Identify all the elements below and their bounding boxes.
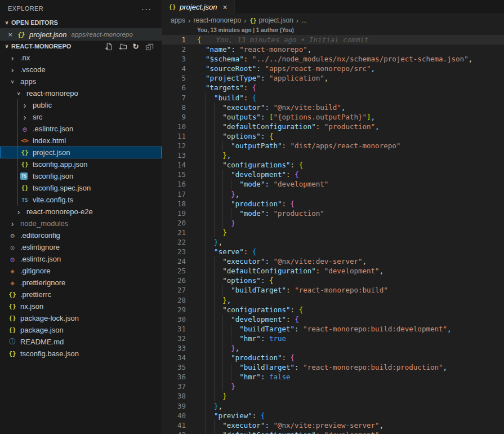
open-editor-item[interactable]: × {} project.json apps/react-monorepo xyxy=(0,28,162,41)
code-line-39[interactable]: 39 }, xyxy=(162,401,504,411)
new-file-icon[interactable] xyxy=(103,41,114,52)
code-token: "buildTarget" xyxy=(239,325,295,333)
code-line-8[interactable]: 8 "executor": "@nx/vite:build", xyxy=(162,103,504,112)
code-token: "react-monorepo:build:development" xyxy=(303,325,447,333)
code-line-31[interactable]: 31 "buildTarget": "react-monorepo:build:… xyxy=(162,324,504,334)
tree-item-index.html[interactable]: <>index.html xyxy=(0,135,162,147)
tree-item-.editorconfig[interactable]: ⚙.editorconfig xyxy=(0,229,162,241)
code-line-33[interactable]: 33 }, xyxy=(162,343,504,353)
code-line-28[interactable]: 28 }, xyxy=(162,295,504,305)
code-line-14[interactable]: 14 "configurations": { xyxy=(162,160,504,170)
line-number: 36 xyxy=(162,372,186,382)
diamond-icon: ◈ xyxy=(8,267,17,275)
tree-item-.prettierignore[interactable]: ◈.prettierignore xyxy=(0,277,162,289)
code-line-17[interactable]: 17 }, xyxy=(162,189,504,199)
code-token: "react-monorepo:build:production" xyxy=(303,363,443,371)
tree-item-.nx[interactable]: ›.nx xyxy=(0,52,162,64)
codelens-blame[interactable]: You, 13 minutes ago | 1 author (You) xyxy=(162,26,504,35)
code-line-34[interactable]: 34 "production": { xyxy=(162,353,504,362)
indent-guide xyxy=(222,189,223,199)
tree-item-public[interactable]: ›public xyxy=(0,99,162,111)
refresh-icon[interactable]: ↻ xyxy=(130,41,141,52)
breadcrumb-item-...[interactable]: ... xyxy=(301,16,307,24)
line-number: 24 xyxy=(162,256,186,266)
code-line-2[interactable]: 2 "name": "react-monorepo", xyxy=(162,45,504,54)
tree-item-.gitignore[interactable]: ◈.gitignore xyxy=(0,265,162,277)
tree-item-vite.config.ts[interactable]: TSvite.config.ts xyxy=(0,194,162,206)
code-line-7[interactable]: 7 "build": { xyxy=(162,93,504,103)
chevron-right-icon: › xyxy=(8,67,17,73)
tree-item-nx.json[interactable]: {}nx.json xyxy=(0,300,162,312)
tree-item-tsconfig.app.json[interactable]: {}tsconfig.app.json xyxy=(0,158,162,170)
code-line-18[interactable]: 18 "production": { xyxy=(162,199,504,209)
code-token: : xyxy=(244,94,252,102)
project-section-header[interactable]: ∨ REACT-MONOREPO ↻ xyxy=(0,41,162,52)
tab-project-json[interactable]: {} project.json × xyxy=(162,0,235,14)
tree-item-.eslintrc.json[interactable]: ◎.eslintrc.json xyxy=(0,123,162,135)
code-line-5[interactable]: 5 "projectType": "application", xyxy=(162,73,504,83)
code-line-35[interactable]: 35 "buildTarget": "react-monorepo:build:… xyxy=(162,362,504,372)
code-line-21[interactable]: 21 } xyxy=(162,228,504,237)
code-line-9[interactable]: 9 "outputs": ["{options.outputPath}"], xyxy=(162,112,504,122)
indent-guide xyxy=(231,372,231,382)
breadcrumb-item-react-monorepo[interactable]: react-monorepo xyxy=(193,16,241,24)
code-token: "development" xyxy=(231,315,286,324)
more-actions-icon[interactable]: ··· xyxy=(139,4,154,14)
code-line-12[interactable]: 12 "outputPath": "dist/apps/react-monore… xyxy=(162,141,504,150)
code-line-10[interactable]: 10 "defaultConfiguration": "production", xyxy=(162,122,504,131)
tree-item-.prettierrc[interactable]: {}.prettierrc xyxy=(0,289,162,300)
code-line-19[interactable]: 19 "mode": "production" xyxy=(162,209,504,218)
tree-item-react-monorepo[interactable]: ∨react-monorepo xyxy=(0,87,162,99)
code-line-40[interactable]: 40 "preview": { xyxy=(162,411,504,420)
code-line-30[interactable]: 30 "development": { xyxy=(162,315,504,324)
tree-item-package.json[interactable]: {}package.json xyxy=(0,324,162,336)
collapse-all-icon[interactable] xyxy=(144,41,155,52)
code-line-20[interactable]: 20 } xyxy=(162,218,504,228)
tree-item-tsconfig.base.json[interactable]: {}tsconfig.base.json xyxy=(0,348,162,360)
code-line-6[interactable]: 6 "targets": { xyxy=(162,83,504,92)
line-content: "defaultConfiguration": "development", xyxy=(197,430,504,434)
code-token: "options" xyxy=(222,276,261,285)
close-icon[interactable]: × xyxy=(6,30,15,39)
breadcrumb-item-project.json[interactable]: {}project.json xyxy=(249,16,293,24)
breadcrumb-item-apps[interactable]: apps xyxy=(171,16,185,24)
indent-guide xyxy=(222,141,223,150)
tree-item-.eslintrc.json[interactable]: ◎.eslintrc.json xyxy=(0,253,162,265)
indent-guide xyxy=(206,343,206,353)
new-folder-icon[interactable] xyxy=(117,41,128,52)
close-icon[interactable]: × xyxy=(221,3,228,12)
code-line-13[interactable]: 13 }, xyxy=(162,150,504,160)
tree-item-.eslintignore[interactable]: ◎.eslintignore xyxy=(0,241,162,253)
code-line-29[interactable]: 29 "configurations": { xyxy=(162,305,504,315)
tree-item-package-lock.json[interactable]: {}package-lock.json xyxy=(0,312,162,324)
code-line-38[interactable]: 38 } xyxy=(162,391,504,401)
indent-guide xyxy=(206,324,206,334)
tree-item-node_modules[interactable]: ›node_modules xyxy=(0,218,162,229)
code-line-15[interactable]: 15 "development": { xyxy=(162,170,504,179)
code-line-27[interactable]: 27 "buildTarget": "react-monorepo:build" xyxy=(162,285,504,295)
tree-item-.vscode[interactable]: ›.vscode xyxy=(0,64,162,76)
tree-item-apps[interactable]: ∨apps xyxy=(0,76,162,87)
code-line-16[interactable]: 16 "mode": "development" xyxy=(162,179,504,189)
code-line-22[interactable]: 22 }, xyxy=(162,237,504,247)
code-line-23[interactable]: 23 "serve": { xyxy=(162,247,504,256)
code-line-3[interactable]: 3 "$schema": "../../node_modules/nx/sche… xyxy=(162,54,504,64)
tree-item-tsconfig.spec.json[interactable]: {}tsconfig.spec.json xyxy=(0,182,162,194)
open-editors-header[interactable]: ∨ OPEN EDITORS xyxy=(0,17,162,28)
code-line-37[interactable]: 37 } xyxy=(162,382,504,391)
tree-item-README.md[interactable]: ⓘREADME.md xyxy=(0,336,162,348)
tree-item-tsconfig.json[interactable]: TStsconfig.json xyxy=(0,170,162,182)
code-line-36[interactable]: 36 "hmr": false xyxy=(162,372,504,382)
code-line-4[interactable]: 4 "sourceRoot": "apps/react-monorepo/src… xyxy=(162,64,504,73)
code-line-42[interactable]: 42 "defaultConfiguration": "development"… xyxy=(162,430,504,434)
tree-item-react-monorepo-e2e[interactable]: ›react-monorepo-e2e xyxy=(0,206,162,218)
code-line-32[interactable]: 32 "hmr": true xyxy=(162,334,504,343)
code-line-11[interactable]: 11 "options": { xyxy=(162,131,504,141)
code-line-1[interactable]: 1{You, 13 minutes ago • Initial commit xyxy=(162,35,504,45)
code-line-25[interactable]: 25 "defaultConfiguration": "development"… xyxy=(162,266,504,276)
code-line-41[interactable]: 41 "executor": "@nx/vite:preview-server"… xyxy=(162,420,504,430)
code-line-26[interactable]: 26 "options": { xyxy=(162,276,504,285)
code-line-24[interactable]: 24 "executor": "@nx/vite:dev-server", xyxy=(162,256,504,266)
tree-item-project.json[interactable]: {}project.json xyxy=(0,147,162,158)
tree-item-src[interactable]: ›src xyxy=(0,111,162,123)
